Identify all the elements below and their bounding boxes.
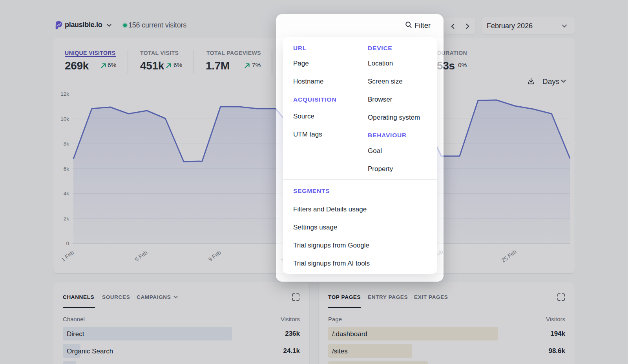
svg-text:12k: 12k — [60, 91, 69, 97]
svg-text:9 Feb: 9 Feb — [207, 249, 222, 262]
svg-text:0: 0 — [66, 240, 69, 246]
svg-text:10k: 10k — [60, 116, 69, 122]
svg-text:2k: 2k — [64, 216, 69, 222]
svg-text:4k: 4k — [64, 191, 69, 197]
svg-text:1 Feb: 1 Feb — [60, 249, 75, 262]
svg-text:5 Feb: 5 Feb — [133, 249, 148, 262]
svg-text:8k: 8k — [64, 141, 69, 147]
svg-text:6k: 6k — [64, 166, 69, 172]
svg-text:25 Feb: 25 Feb — [500, 248, 518, 264]
